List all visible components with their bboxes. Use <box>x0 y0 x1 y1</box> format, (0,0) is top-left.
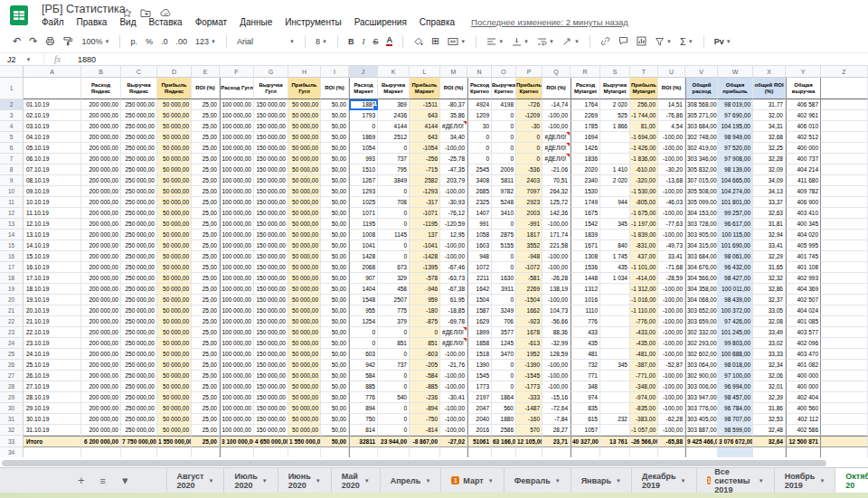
cell-S8[interactable]: 1 410 <box>600 164 630 175</box>
cell-S10[interactable] <box>600 186 630 197</box>
cell-Y30[interactable]: 400 560 <box>786 403 821 414</box>
cell-I31[interactable]: 50,00 <box>321 414 349 425</box>
cell-S13[interactable]: 345 <box>600 219 630 230</box>
cell-G24[interactable]: 150 000,00 <box>254 338 288 349</box>
cell-U7[interactable]: -100,00 <box>658 154 685 164</box>
cell-L19[interactable]: -946 <box>410 284 440 295</box>
cell-Q6[interactable]: #ДЕЛ/0! <box>542 143 571 154</box>
text-wrap-button[interactable]: ▼ <box>537 37 554 46</box>
cell-X20[interactable]: 32,37 <box>753 295 786 305</box>
cell-V33[interactable]: 9 425 466,00 <box>685 436 718 447</box>
cell-U14[interactable]: -100,00 <box>658 230 685 240</box>
cell-I25[interactable]: 50,00 <box>321 349 349 360</box>
column-header-P[interactable]: P <box>516 66 542 78</box>
cell-Q15[interactable]: 221,58 <box>542 240 571 251</box>
cell-B16[interactable]: 200 000,00 <box>81 251 121 262</box>
cell-G5[interactable]: 150 000,00 <box>254 132 288 143</box>
cell-M14[interactable]: 12,95 <box>440 230 467 240</box>
cell-N2[interactable]: 4924 <box>467 99 492 110</box>
cell-D30[interactable]: 50 000,00 <box>157 403 192 414</box>
cell-J18[interactable]: 907 <box>349 273 378 284</box>
cell-B6[interactable]: 200 000,00 <box>81 143 121 154</box>
cell-I18[interactable]: 50,00 <box>321 273 349 284</box>
cell-S23[interactable] <box>600 327 630 338</box>
cell-T30[interactable]: -835,00 <box>630 403 658 414</box>
column-header-X[interactable]: X <box>753 66 786 78</box>
cell-P19[interactable]: 2269 <box>516 284 542 295</box>
cell-Q8[interactable]: -21,06 <box>542 164 571 175</box>
cell-N21[interactable]: 1587 <box>467 305 492 316</box>
cell-M32[interactable]: -100,00 <box>440 425 467 436</box>
cell-N16[interactable]: 948 <box>467 251 492 262</box>
cell-M30[interactable]: -100,00 <box>440 403 467 414</box>
cell-I9[interactable]: 50,00 <box>321 175 349 186</box>
cell-R7[interactable]: 1836 <box>571 154 600 164</box>
cell-X2[interactable]: 31,77 <box>753 99 786 110</box>
cell-C5[interactable]: 250 000,00 <box>121 132 157 143</box>
cell-L18[interactable]: -578 <box>410 273 440 284</box>
cell-T22[interactable]: -776,00 <box>630 316 658 327</box>
cell-V31[interactable]: 303 405,00 <box>685 414 718 425</box>
cell-H32[interactable]: 50 000,00 <box>288 425 321 436</box>
cell-Z29[interactable] <box>821 392 868 403</box>
column-header-Z[interactable]: Z <box>821 66 868 78</box>
cell-X9[interactable]: 34,09 <box>753 175 786 186</box>
cell-W8[interactable]: 98 139,00 <box>718 164 753 175</box>
cell-R19[interactable]: 1312 <box>571 284 600 295</box>
cell-V2[interactable]: 308 568,00 <box>685 99 718 110</box>
cell-B2[interactable]: 200 000,00 <box>81 99 121 110</box>
cell-D32[interactable]: 50 000,00 <box>157 425 192 436</box>
cell-R25[interactable]: 481 <box>571 349 600 360</box>
cell-U27[interactable]: -100,00 <box>658 371 685 381</box>
cell-J21[interactable]: 955 <box>349 305 378 316</box>
cell-Y4[interactable]: 406 010 <box>786 121 821 132</box>
cell-A22[interactable]: 21.10.19 <box>24 316 81 327</box>
cell-W30[interactable]: 96 784,00 <box>718 403 753 414</box>
cell-A14[interactable]: 13.10.19 <box>24 230 81 240</box>
cell-D4[interactable]: 50 000,00 <box>157 121 192 132</box>
cell-D11[interactable]: 50 000,00 <box>157 197 192 208</box>
cell-T15[interactable]: -831,00 <box>630 240 658 251</box>
cell-S24[interactable] <box>600 338 630 349</box>
insert-link-button[interactable] <box>600 36 610 46</box>
cell-T4[interactable]: 81,00 <box>630 121 658 132</box>
cell-O16[interactable]: 0 <box>492 251 516 262</box>
cell-E15[interactable]: 25,00 <box>192 240 220 251</box>
cell-F21[interactable]: 100 000,00 <box>220 305 254 316</box>
cell-H18[interactable]: 50 000,00 <box>288 273 321 284</box>
cell-X24[interactable]: 33,02 <box>753 338 786 349</box>
cell-C7[interactable]: 250 000,00 <box>121 154 157 164</box>
cell-U10[interactable]: -100,00 <box>658 186 685 197</box>
cell-N27[interactable]: 1545 <box>467 371 492 381</box>
column-header-W[interactable]: W <box>718 66 753 78</box>
cell-G27[interactable]: 150 000,00 <box>254 371 288 381</box>
cell-Z17[interactable] <box>821 262 868 273</box>
cell-U30[interactable]: -100,00 <box>658 403 685 414</box>
cell-Z18[interactable] <box>821 273 868 284</box>
cell-V26[interactable]: 303 064,00 <box>685 360 718 371</box>
column-header-I[interactable]: I <box>321 66 349 78</box>
cell-S11[interactable]: 944 <box>600 197 630 208</box>
cell-D10[interactable]: 50 000,00 <box>157 186 192 197</box>
cell-O34[interactable] <box>492 447 516 457</box>
cell-Z11[interactable] <box>821 197 868 208</box>
cell-F13[interactable]: 100 000,00 <box>220 219 254 230</box>
sheet-scroll-caret-icon[interactable]: ▾ <box>122 474 128 487</box>
cell-L13[interactable]: -1195 <box>410 219 440 230</box>
cell-G34[interactable] <box>254 447 288 457</box>
cell-W16[interactable]: 98 061,00 <box>718 251 753 262</box>
cell-B22[interactable]: 200 000,00 <box>81 316 121 327</box>
cell-B31[interactable]: 200 000,00 <box>81 414 121 425</box>
cell-E24[interactable]: 25,00 <box>192 338 220 349</box>
horizontal-scrollbar-thumb[interactable] <box>2 460 826 466</box>
cell-G18[interactable]: 150 000,00 <box>254 273 288 284</box>
cell-O18[interactable]: 1630 <box>492 273 516 284</box>
cell-M31[interactable]: -100,00 <box>440 414 467 425</box>
row-header-5[interactable]: 5 <box>0 132 24 143</box>
cell-X28[interactable]: 32,01 <box>753 381 786 392</box>
cell-W11[interactable]: 101 801,00 <box>718 197 753 208</box>
cell-T6[interactable]: -1 426,00 <box>630 143 658 154</box>
cell-F26[interactable]: 100 000,00 <box>220 360 254 371</box>
cell-C27[interactable]: 250 000,00 <box>121 371 157 381</box>
cell-I19[interactable]: 50,00 <box>321 284 349 295</box>
